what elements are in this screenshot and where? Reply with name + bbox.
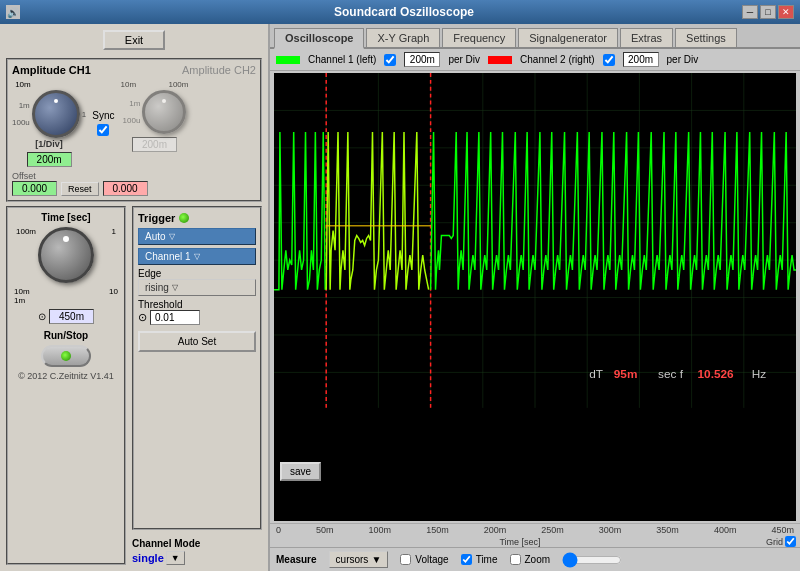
amplitude-header: Amplitude CH1 Amplitude CH2	[12, 64, 256, 76]
title-bar: 🔊 Soundcard Oszilloscope ─ □ ✕	[0, 0, 800, 24]
exit-button[interactable]: Exit	[103, 30, 165, 50]
ch2-per-div-input[interactable]	[623, 52, 659, 67]
ch1-scale-left: 1m 100u	[12, 101, 30, 127]
amplitude-section: Amplitude CH1 Amplitude CH2 10m 1m 100u	[6, 58, 262, 202]
edge-value-label: rising	[145, 282, 169, 293]
time-tick-150m: 150m	[426, 525, 449, 535]
time-tick-400m: 400m	[714, 525, 737, 535]
grid-checkbox[interactable]	[785, 536, 796, 547]
cursors-arrow-icon: ▼	[371, 554, 381, 565]
tab-extras[interactable]: Extras	[620, 28, 673, 47]
ch2-checkbox[interactable]	[603, 54, 615, 66]
trigger-mode-button[interactable]: Auto ▽	[138, 228, 256, 245]
zoom-label: Zoom	[525, 554, 551, 565]
time-value-box[interactable]: 450m	[49, 309, 94, 324]
time-tick-300m: 300m	[599, 525, 622, 535]
auto-set-button[interactable]: Auto Set	[138, 331, 256, 352]
voltage-measure-item: Voltage	[400, 554, 448, 565]
trigger-column: Trigger Auto ▽ Channel 1 ▽ Edge rising	[132, 206, 262, 565]
maximize-button[interactable]: □	[760, 5, 776, 19]
time-scale-1m: 1m	[14, 296, 25, 305]
time-scale-100m: 100m	[16, 227, 36, 236]
svg-text:dT: dT	[589, 367, 603, 381]
run-stop-indicator	[61, 351, 71, 361]
edge-label: Edge	[138, 268, 256, 279]
minimize-button[interactable]: ─	[742, 5, 758, 19]
time-scale-1: 1	[112, 227, 116, 236]
amplitude-ch2-label: Amplitude CH2	[182, 64, 256, 76]
channel-mode-value: single	[132, 552, 164, 564]
grid-checkbox-area: Grid	[766, 536, 796, 547]
right-panel: Oscilloscope X-Y Graph Frequency Signalg…	[270, 24, 800, 571]
time-checkbox[interactable]	[461, 554, 472, 565]
measure-bar: Measure cursors ▼ Voltage Time Zoom	[270, 547, 800, 571]
tab-settings[interactable]: Settings	[675, 28, 737, 47]
run-stop-button-container	[12, 345, 120, 367]
channel-mode-dropdown[interactable]: single ▼	[132, 551, 262, 565]
threshold-input[interactable]	[150, 310, 200, 325]
time-knob[interactable]	[38, 227, 94, 283]
channel-mode-arrow-button[interactable]: ▼	[166, 551, 185, 565]
cursors-dropdown[interactable]: cursors ▼	[329, 551, 389, 568]
offset-ch1-value: 0.000	[12, 181, 57, 196]
sync-section: Sync	[92, 110, 114, 136]
time-axis-container: 0 50m 100m 150m 200m 250m 300m 350m 400m…	[270, 523, 800, 536]
ch1-per-div-input[interactable]	[404, 52, 440, 67]
cursors-label: cursors	[336, 554, 369, 565]
oscilloscope-display: dT 95m sec f 10.526 Hz save	[274, 73, 796, 521]
time-scale-10m: 10m	[14, 287, 30, 296]
window-title: Soundcard Oszilloscope	[66, 5, 742, 19]
zoom-checkbox[interactable]	[510, 554, 521, 565]
voltage-checkbox[interactable]	[400, 554, 411, 565]
ch1-div-label: [1/Div]	[35, 139, 63, 149]
copyright-text: © 2012 C.Zeitnitz V1.41	[12, 367, 120, 381]
save-button[interactable]: save	[280, 462, 321, 481]
time-tick-250m: 250m	[541, 525, 564, 535]
voltage-label: Voltage	[415, 554, 448, 565]
edge-value-button[interactable]: rising ▽	[138, 279, 256, 296]
time-axis-labels: 0 50m 100m 150m 200m 250m 300m 350m 400m…	[274, 525, 796, 535]
knob-dot	[54, 99, 58, 103]
main-container: Exit Amplitude CH1 Amplitude CH2 10m 1m	[0, 24, 800, 571]
run-stop-label: Run/Stop	[12, 330, 120, 341]
trigger-mode-arrow-icon: ▽	[169, 232, 175, 241]
close-button[interactable]: ✕	[778, 5, 794, 19]
svg-text:95m: 95m	[614, 367, 638, 381]
trigger-channel-arrow-icon: ▽	[194, 252, 200, 261]
trigger-header: Trigger	[138, 212, 256, 224]
time-measure-item: Time	[461, 554, 498, 565]
amplitude-ch2-knob[interactable]	[142, 90, 186, 134]
time-tick-100m: 100m	[369, 525, 392, 535]
trigger-label: Trigger	[138, 212, 175, 224]
time-tick-350m: 350m	[656, 525, 679, 535]
time-knob-dot	[63, 236, 69, 242]
sync-checkbox[interactable]	[97, 124, 109, 136]
time-label: Time [sec]	[12, 212, 120, 223]
channel-controls: Channel 1 (left) per Div Channel 2 (righ…	[270, 49, 800, 71]
tab-oscilloscope[interactable]: Oscilloscope	[274, 28, 364, 49]
amplitude-ch1-knob[interactable]	[32, 90, 80, 138]
time-scale-bottom: 1m	[12, 296, 120, 305]
tab-frequency[interactable]: Frequency	[442, 28, 516, 47]
time-tick-0: 0	[276, 525, 281, 535]
offset-reset-button[interactable]: Reset	[61, 182, 99, 196]
bottom-left: Time [sec] 100m 1 10m 10 1m ⊙	[6, 206, 262, 565]
trigger-section: Trigger Auto ▽ Channel 1 ▽ Edge rising	[132, 206, 262, 530]
svg-text:10.526: 10.526	[698, 367, 735, 381]
ch1-checkbox[interactable]	[384, 54, 396, 66]
amplitude-ch1-label: Amplitude CH1	[12, 64, 91, 76]
window-controls: ─ □ ✕	[742, 5, 794, 19]
time-tick-450m: 450m	[771, 525, 794, 535]
zoom-slider[interactable]	[562, 554, 622, 566]
time-axis-title-row: Time [sec] Grid	[270, 536, 800, 547]
knob-dot-ch2	[162, 99, 166, 103]
time-axis-title: Time [sec]	[274, 537, 766, 547]
trigger-channel-button[interactable]: Channel 1 ▽	[138, 248, 256, 265]
osc-grid-svg: dT 95m sec f 10.526 Hz	[274, 73, 796, 408]
threshold-row: ⊙	[138, 310, 256, 325]
tab-xy-graph[interactable]: X-Y Graph	[366, 28, 440, 47]
ch1-scale-top: 10m	[15, 80, 83, 89]
tab-signalgenerator[interactable]: Signalgenerator	[518, 28, 618, 47]
run-stop-button[interactable]	[41, 345, 91, 367]
edge-arrow-icon: ▽	[172, 283, 178, 292]
